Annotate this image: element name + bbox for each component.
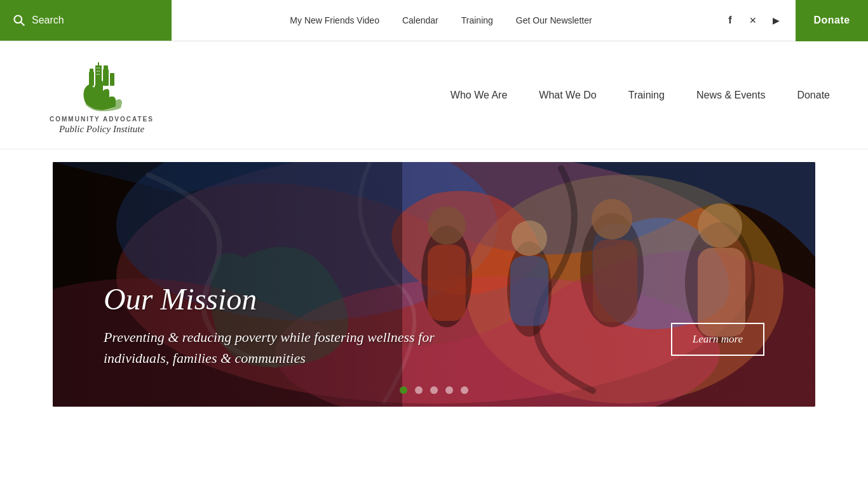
hero-content: Our Mission Preventing & reducing povert… [104, 281, 440, 369]
svg-rect-3 [90, 69, 93, 74]
svg-rect-12 [98, 71, 100, 72]
svg-rect-10 [98, 67, 100, 69]
slider-dot-4[interactable] [445, 386, 453, 394]
search-label: Search [32, 15, 64, 26]
topnav-calendar[interactable]: Calendar [402, 15, 438, 25]
svg-rect-13 [97, 74, 98, 75]
donate-button-top[interactable]: Donate [796, 0, 868, 41]
hero-slider: Our Mission Preventing & reducing povert… [53, 162, 815, 407]
top-nav: My New Friends Video Calendar Training G… [172, 15, 710, 25]
main-header: COMMUNITY ADVOCATES Public Policy Instit… [0, 41, 868, 149]
slide-title: Our Mission [104, 281, 440, 316]
learn-more-button[interactable]: Learn more [671, 323, 764, 356]
topnav-newsletter[interactable]: Get Our Newsletter [516, 15, 592, 25]
logo-icon [76, 56, 127, 113]
svg-rect-9 [97, 67, 98, 69]
social-icons: f ✕ ▶ [710, 13, 796, 27]
search-section[interactable]: Search [0, 0, 172, 41]
org-name-community: COMMUNITY ADVOCATES [50, 116, 154, 123]
mainnav-donate[interactable]: Donate [797, 90, 830, 101]
hero-wrapper: Our Mission Preventing & reducing povert… [53, 162, 815, 407]
svg-rect-2 [89, 72, 94, 86]
svg-rect-14 [98, 74, 100, 75]
mainnav-what-we-do[interactable]: What We Do [539, 90, 596, 101]
org-name-policy: Public Policy Institute [59, 124, 144, 135]
svg-rect-5 [98, 62, 99, 67]
slider-dots [400, 386, 468, 394]
svg-rect-11 [97, 71, 98, 72]
youtube-icon[interactable]: ▶ [769, 13, 783, 27]
mainnav-training[interactable]: Training [628, 90, 665, 101]
twitter-icon[interactable]: ✕ [746, 13, 760, 27]
topnav-training[interactable]: Training [461, 15, 493, 25]
topnav-my-new-friends[interactable]: My New Friends Video [290, 15, 379, 25]
svg-point-0 [15, 16, 22, 24]
top-bar: Search My New Friends Video Calendar Tra… [0, 0, 868, 41]
svg-line-1 [21, 22, 24, 25]
slider-dot-2[interactable] [415, 386, 423, 394]
main-nav: Who We Are What We Do Training News & Ev… [165, 90, 830, 101]
search-icon [13, 14, 25, 27]
slider-dot-1[interactable] [400, 386, 407, 394]
slider-dot-5[interactable] [461, 386, 468, 394]
svg-rect-6 [103, 69, 109, 86]
facebook-icon[interactable]: f [723, 13, 737, 27]
svg-rect-7 [104, 65, 108, 71]
logo-section[interactable]: COMMUNITY ADVOCATES Public Policy Instit… [38, 56, 165, 135]
mainnav-who-we-are[interactable]: Who We Are [451, 90, 508, 101]
slider-dot-3[interactable] [430, 386, 438, 394]
svg-rect-8 [110, 73, 114, 86]
slide-subtitle: Preventing & reducing poverty while fost… [104, 327, 440, 369]
mainnav-news-events[interactable]: News & Events [696, 90, 765, 101]
